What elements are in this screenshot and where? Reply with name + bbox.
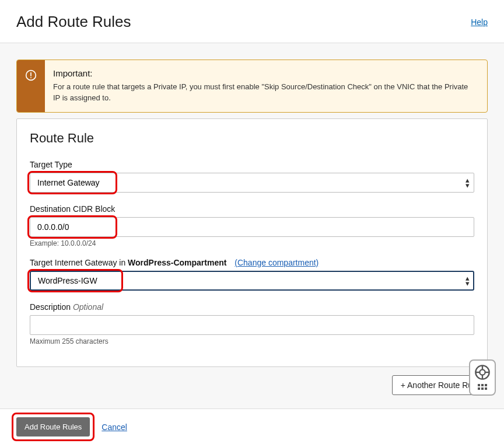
important-notice: Important: For a route rule that targets… [16, 60, 488, 113]
support-widget[interactable] [469, 359, 496, 396]
panel-heading: Route Rule [30, 131, 474, 146]
important-body: Important: For a route rule that targets… [45, 60, 487, 112]
target-gateway-compartment: WordPress-Compartment [128, 258, 226, 267]
route-rule-panel: Route Rule Target Type Internet Gateway … [16, 118, 488, 367]
svg-point-4 [480, 369, 485, 375]
add-route-rules-button[interactable]: Add Route Rules [16, 417, 90, 436]
cidr-input[interactable] [30, 217, 474, 237]
description-field: Description Optional Maximum 255 charact… [30, 302, 474, 345]
target-gateway-label: Target Internet Gateway in WordPress-Com… [30, 258, 474, 267]
content-area: Important: For a route rule that targets… [0, 60, 504, 407]
target-type-select[interactable]: Internet Gateway [30, 173, 474, 193]
description-input[interactable] [30, 315, 474, 335]
exclamation-circle-icon [25, 69, 37, 81]
cancel-link[interactable]: Cancel [102, 422, 127, 432]
target-gateway-field: Target Internet Gateway in WordPress-Com… [30, 258, 474, 291]
target-gateway-select[interactable]: WordPress-IGW [30, 271, 474, 291]
another-rule-row: + Another Route Rule [16, 375, 488, 395]
description-hint: Maximum 255 characters [30, 337, 474, 345]
cidr-field: Destination CIDR Block Example: 10.0.0.0… [30, 204, 474, 247]
dialog-header: Add Route Rules Help [0, 0, 504, 43]
description-optional: Optional [73, 302, 103, 312]
cidr-label: Destination CIDR Block [30, 204, 474, 214]
page-title: Add Route Rules [16, 13, 131, 31]
description-label-text: Description [30, 302, 71, 312]
description-label: Description Optional [30, 302, 474, 312]
svg-rect-2 [30, 77, 32, 78]
lifering-icon [474, 364, 491, 380]
important-text: For a route rule that targets a Private … [53, 82, 477, 104]
change-compartment-link[interactable]: (Change compartment) [235, 258, 318, 267]
help-link[interactable]: Help [471, 18, 488, 27]
target-gateway-label-prefix: Target Internet Gateway in [30, 258, 128, 267]
important-title: Important: [53, 68, 477, 78]
target-type-field: Target Type Internet Gateway ▴▾ [30, 160, 474, 193]
target-type-label: Target Type [30, 160, 474, 169]
drag-handle-icon [478, 384, 487, 390]
important-icon-bar [17, 60, 45, 112]
dialog-footer: Add Route Rules Cancel [0, 408, 504, 447]
svg-rect-1 [30, 72, 32, 76]
cidr-hint: Example: 10.0.0.0/24 [30, 239, 474, 247]
